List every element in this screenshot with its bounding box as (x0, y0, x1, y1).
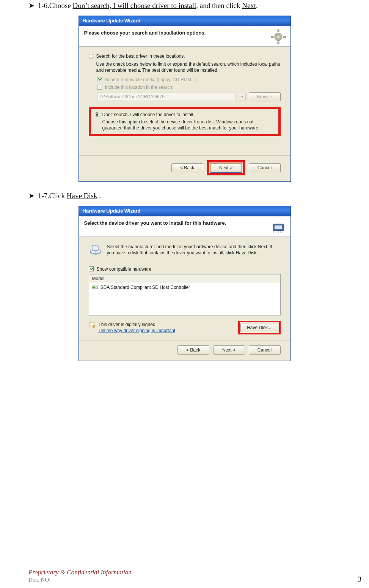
model-column-header: Model (89, 274, 280, 283)
bullet-arrow-icon: ➤ (28, 2, 35, 9)
footer-confidential: Proprietary & Confidential Information (28, 568, 132, 576)
divider (79, 341, 290, 341)
location-path-input[interactable] (97, 93, 236, 101)
device-card-icon (92, 285, 98, 290)
back-button[interactable]: < Back (171, 163, 203, 172)
instruction-1-6-next: Next (242, 2, 256, 9)
instruction-1-7-tail: . (97, 192, 101, 200)
svg-point-15 (94, 251, 97, 252)
instruction-1-7-link: Have Disk (67, 192, 97, 200)
svg-rect-5 (283, 36, 286, 38)
svg-point-20 (93, 325, 95, 328)
back-button[interactable]: < Back (177, 345, 209, 355)
radio-search-best-label: Search for the best driver in these loca… (96, 54, 185, 59)
wizard-2-footer: < Back Next > Cancel (89, 345, 281, 355)
certificate-icon (89, 322, 96, 329)
driver-signing-link[interactable]: Tell me why driver signing is important (99, 328, 176, 333)
checkbox-icon (97, 77, 102, 82)
chevron-down-icon: ▾ (239, 93, 246, 101)
svg-rect-18 (93, 287, 95, 288)
radio-icon (95, 112, 99, 117)
instruction-1-6-option: Don’t search, I will choose driver to in… (73, 2, 196, 9)
footer-doc-no: Doc. NO: (28, 576, 132, 583)
driver-signed-text: This driver is digitally signed. (99, 322, 176, 327)
instruction-1-6-mid: , and then click (196, 2, 242, 9)
instruction-1-6-tail: . (256, 2, 258, 9)
check-removable-media[interactable]: Search removable media (floppy, CD-ROM..… (97, 77, 281, 82)
radio-dont-search-desc: Choose this option to select the device … (102, 119, 275, 131)
wizard-1-titlebar: Hardware Update Wizard (79, 16, 290, 26)
wizard-1-header: Please choose your search and installati… (79, 26, 290, 47)
radio-dont-search[interactable]: Don't search. I will choose the driver t… (95, 112, 275, 117)
radio-icon (89, 54, 93, 58)
radio-search-best[interactable]: Search for the best driver in these loca… (89, 54, 281, 59)
radio-dont-search-label: Don't search. I will choose the driver t… (102, 112, 195, 117)
next-button[interactable]: Next > (213, 345, 245, 355)
bullet-arrow-icon: ➤ (28, 192, 35, 200)
radio-search-best-desc: Use the check boxes below to limit or ex… (96, 61, 281, 73)
wizard-1: Hardware Update Wizard Please choose you… (79, 16, 291, 182)
footer-page-number: 3 (358, 575, 362, 583)
wizard-1-heading: Please choose your search and installati… (84, 30, 285, 36)
wizard-2: Hardware Update Wizard Select the device… (79, 206, 291, 361)
instruction-1-6-prefix: 1-6.Choose (38, 2, 73, 9)
check-include-location-label: Include this location in the search: (105, 85, 174, 90)
model-list-item-label: SDA Standard Compliant SD Host Controlle… (100, 285, 190, 290)
instruction-1-7: ➤ 1-7.Click Have Disk . (28, 182, 341, 201)
disk-icon (89, 244, 102, 257)
wizard-2-header: Select the device driver you want to ins… (79, 216, 290, 237)
svg-rect-4 (271, 36, 273, 38)
next-button[interactable]: Next > (210, 163, 242, 172)
wizard-1-footer: < Back Next > Cancel (89, 159, 281, 176)
checkbox-icon (97, 85, 102, 90)
model-list-item[interactable]: SDA Standard Compliant SD Host Controlle… (89, 283, 280, 292)
cancel-button[interactable]: Cancel (249, 163, 281, 172)
instruction-1-6: ➤ 1-6.Choose Don’t search, I will choose… (28, 0, 341, 11)
cancel-button[interactable]: Cancel (249, 345, 281, 355)
have-disk-button[interactable]: Have Disk... (240, 323, 278, 332)
check-show-compatible-label: Show compatible hardware (97, 266, 152, 272)
svg-rect-7 (275, 225, 282, 229)
highlight-dont-search: Don't search. I will choose the driver t… (89, 107, 281, 136)
model-listbox[interactable]: Model SDA Standard Compliant SD Host Con… (89, 274, 281, 315)
divider (79, 155, 290, 156)
highlight-have-disk: Have Disk... (238, 321, 281, 334)
wizard-gear-icon (270, 28, 287, 45)
svg-rect-3 (278, 42, 279, 44)
checkbox-icon (89, 266, 94, 271)
browse-button[interactable]: Browse (249, 92, 281, 101)
check-removable-media-label: Search removable media (floppy, CD-ROM..… (105, 77, 197, 82)
page-footer: Proprietary & Confidential Information D… (28, 568, 361, 583)
wizard-2-intro: Select the manufacturer and model of you… (107, 244, 281, 256)
svg-rect-16 (92, 245, 98, 251)
highlight-next-button: Next > (207, 160, 245, 175)
check-include-location[interactable]: Include this location in the search: (97, 85, 281, 90)
wizard-2-heading: Select the device driver you want to ins… (84, 220, 285, 226)
check-show-compatible[interactable]: Show compatible hardware (89, 266, 281, 272)
svg-rect-2 (278, 30, 279, 32)
device-chip-icon (270, 219, 287, 235)
wizard-2-titlebar: Hardware Update Wizard (79, 206, 290, 216)
instruction-1-7-prefix: 1-7.Click (38, 192, 67, 200)
svg-point-1 (277, 36, 279, 38)
